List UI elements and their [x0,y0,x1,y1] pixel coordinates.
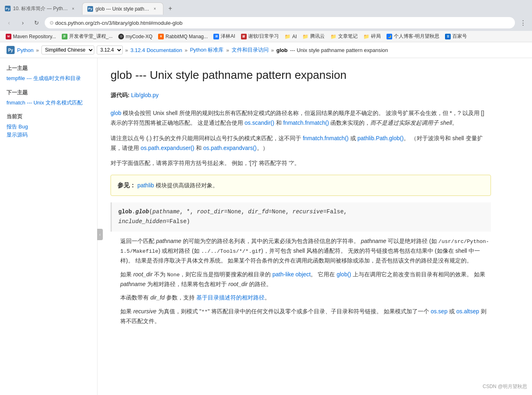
dir-fd-link[interactable]: 基于目录描述符的相对路径 [196,294,265,301]
bookmark-notes[interactable]: 📁 文章笔记 [328,32,360,41]
source-label: 源代码: [111,92,130,98]
tab-bar: Py 10. 标准库简介 — Python 3.1... × Py glob -… [0,0,532,15]
sidebar-prev-section: 上一主题 tempfile --- 生成临时文件和目录 [7,65,91,82]
sidebar-current-section: 当前页 报告 Bug 显示源码 [7,113,91,139]
tab-2-close[interactable]: × [152,6,158,12]
pathlib-glob-link[interactable]: pathlib.Path.glob() [358,135,404,141]
sidebar-prev-link[interactable]: tempfile --- 生成临时文件和目录 [7,74,91,82]
sidebar-report-bug-link[interactable]: 报告 Bug [7,123,91,131]
bookmark-github-label: myCode-XQ [126,34,152,39]
breadcrumb-fileio-link[interactable]: 文件和目录访问 [232,46,269,54]
bookmark-tencent[interactable]: 📁 腾讯云 [300,32,327,41]
main-layout: 上一主题 tempfile --- 生成临时文件和目录 下一主题 fnmatch… [0,58,532,395]
breadcrumb-sep3: » [185,47,187,53]
breadcrumb-sep1: » [36,47,39,53]
forward-button[interactable]: › [17,17,28,28]
bookmark-rabbitmq[interactable]: R RabbitMQ Manag... [156,33,210,40]
bookmark-baijiahao-label: 百家号 [452,33,467,40]
sidebar-prev-title: 上一主题 [7,65,91,72]
bookmark-xieruan[interactable]: 谢 谢软/日常学习 [239,32,281,41]
expanduser-link[interactable]: os.path.expanduser() [141,145,194,151]
func-desc-p2: 如果 root_dir 不为 None，则它应当是指明要搜索的根目录的 path… [120,270,491,289]
sidebar-next-title: 下一主题 [7,89,91,96]
bookmark-suiju[interactable]: 📁 碎局 [361,32,383,41]
language-select[interactable]: Simplified Chinese English [41,46,94,54]
tab-2[interactable]: Py glob --- Unix style pathname... × [82,2,163,15]
new-tab-button[interactable]: + [164,2,176,15]
watermark: CSDN @明月望秋思 [482,383,527,390]
func-desc-p3: 本函数带有 dir_fd 参数，支持 基于目录描述符的相对路径。 [120,293,491,303]
note-pathlib-link[interactable]: pathlib [137,182,154,189]
address-text: docs.python.org/zh-cn/3/library/glob.htm… [55,20,182,26]
glob-link[interactable]: glob [111,110,121,116]
bookmark-github[interactable]: ⊙ myCode-XQ [116,33,155,40]
source-code-link[interactable]: Lib/glob.py [131,92,159,98]
tab-1-title: 10. 标准库简介 — Python 3.1... [13,5,68,12]
sidebar-next-section: 下一主题 fnmatch --- Unix 文件名模式匹配 [7,89,91,107]
path-like-link[interactable]: path-like object [272,271,311,278]
bookmark-blog[interactable]: 🌙 个人博客-明月望秋思 [384,32,442,41]
bookmark-notes-label: 文章笔记 [338,33,358,40]
func-desc-p1: 返回一个匹配 pathname 的可能为空的路径名列表，其中的元素必须为包含路径… [120,237,491,266]
note-see-label: 参见： [117,182,136,189]
bookmark-devtools[interactable]: 开 开发者学堂_课程_... [59,32,115,41]
address-bar-row: ‹ › ↻ ⊙ docs.python.org/zh-cn/3/library/… [0,15,532,31]
sidebar: 上一主题 tempfile --- 生成临时文件和目录 下一主题 fnmatch… [0,58,98,395]
bookmark-baijiahao[interactable]: 百 百家号 [443,32,469,41]
bookmark-rabbitmq-label: RabbitMQ Manag... [165,34,208,39]
bookmark-zelinai-label: 泽林AI [221,33,235,40]
bookmark-xieruan-label: 谢软/日常学习 [248,33,279,40]
os-sep-link[interactable]: os.sep [431,308,447,315]
docs-breadcrumb: Py Python » Simplified Chinese English 3… [0,42,532,58]
browser-chrome: Py 10. 标准库简介 — Python 3.1... × Py glob -… [0,0,532,42]
sidebar-show-source-link[interactable]: 显示源码 [7,131,91,139]
func-desc-p4: 如果 recursive 为真值，则模式 "**" 将匹配目录中的任何文件以及零… [120,307,491,326]
version-select[interactable]: 3.12.4 3.11 3.10 [97,46,123,54]
note-text: 模块提供高级路径对象。 [156,182,218,189]
breadcrumb-python-link[interactable]: Python [17,47,33,53]
breadcrumb-dash: --- Unix style pathname pattern expansio… [290,47,388,53]
bookmark-devtools-label: 开发者学堂_课程_... [69,33,113,40]
bookmarks-bar: M Maven Repository... 开 开发者学堂_课程_... ⊙ m… [0,31,532,42]
bookmark-suiju-label: 碎局 [371,33,381,40]
bookmark-blog-label: 个人博客-明月望秋思 [394,33,439,40]
os-scandir-link[interactable]: os.scandir() [245,119,274,126]
main-content: glob --- Unix style pathname pattern exp… [98,58,504,395]
see-also-box: 参见： pathlib 模块提供高级路径对象。 [111,175,491,196]
intro-paragraph-1: glob 模块会按照 Unix shell 所使用的规则找出所有匹配特定模式的路… [111,109,491,128]
bookmark-maven-label: Maven Repository... [13,34,56,39]
bookmark-zelinai[interactable]: 泽 泽林AI [211,32,237,41]
os-altsep-link[interactable]: os.altsep [456,308,479,315]
tab-2-title: glob --- Unix style pathname... [96,6,150,12]
back-button[interactable]: ‹ [3,17,15,28]
expandvars-link[interactable]: os.path.expandvars() [203,145,257,151]
fnmatch-fnmatch-link-2[interactable]: fnmatch.fnmatch() [303,135,349,141]
page-container: 上一主题 tempfile --- 生成临时文件和目录 下一主题 fnmatch… [0,58,532,395]
breadcrumb-sep5: » [271,47,274,53]
func-description: 返回一个匹配 pathname 的可能为空的路径名列表，其中的元素必须为包含路径… [111,235,491,332]
tab-1-close[interactable]: × [70,5,76,12]
glob-func-link[interactable]: glob() [337,271,351,278]
intro-paragraph-2: 请注意以点号 (.) 打头的文件只能用同样以点号打头的模式来匹配，这不同于 fn… [111,134,491,153]
tab-1[interactable]: Py 10. 标准库简介 — Python 3.1... × [0,2,81,15]
sidebar-next-link[interactable]: fnmatch --- Unix 文件名模式匹配 [7,99,91,107]
fnmatch-fnmatch-link-1[interactable]: fnmatch.fnmatch() [283,119,329,126]
breadcrumb-sep2: » [125,47,128,53]
breadcrumb-docs-link[interactable]: 3.12.4 Documentation [130,47,182,53]
breadcrumb-current: glob [276,47,287,53]
func-name: glob [135,208,149,215]
func-module: glob [118,208,132,215]
literal-match-paragraph: 对于字面值匹配，请将原字符用方括号括起来。 例如，'[?]' 将匹配字符 '?'… [111,158,491,168]
python-logo: Py [7,46,15,54]
menu-button[interactable]: ⋮ [517,17,529,28]
address-input[interactable]: ⊙ docs.python.org/zh-cn/3/library/glob.h… [45,17,515,28]
bookmark-maven[interactable]: M Maven Repository... [3,33,59,40]
bookmark-ai[interactable]: 📁 AI [282,33,299,40]
bookmark-ai-label: AI [292,34,297,39]
page-title: glob --- Unix style pathname pattern exp… [111,68,491,82]
sidebar-collapse-button[interactable]: ‹ [97,229,103,240]
breadcrumb-sep4: » [226,47,229,53]
breadcrumb-stdlib-link[interactable]: Python 标准库 [190,46,224,54]
bookmark-tencent-label: 腾讯云 [310,33,325,40]
reload-button[interactable]: ↻ [31,17,42,28]
